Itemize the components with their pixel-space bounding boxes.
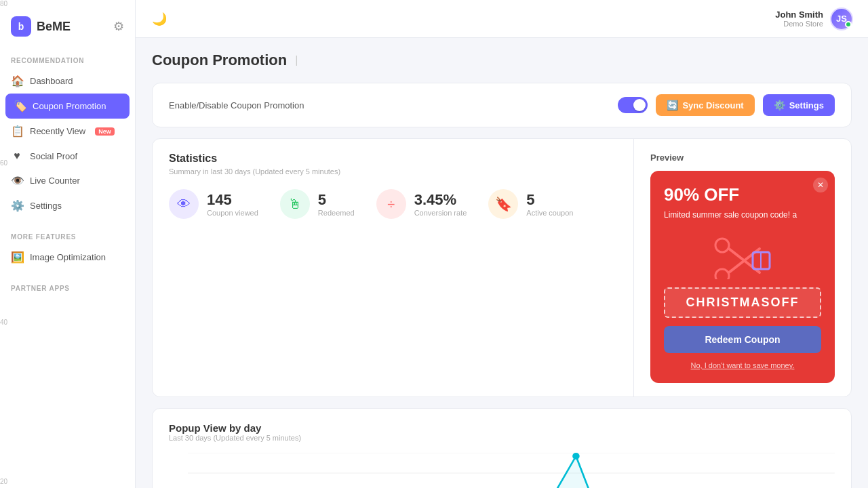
- app-logo-icon: b: [11, 16, 31, 37]
- statistics-subtitle: Summary in last 30 days (Updated every 5…: [169, 167, 617, 176]
- sidebar-item-social-proof[interactable]: ♥ Social Proof: [0, 144, 135, 168]
- svg-point-2: [715, 239, 729, 252]
- toggle-thumb: [633, 99, 646, 111]
- sidebar-item-settings[interactable]: ⚙️ Settings: [0, 193, 135, 218]
- stat-coupon-viewed-info: 145 Coupon viewed: [207, 191, 258, 217]
- stat-active-coupon-value: 5: [526, 191, 573, 209]
- sync-discount-label: Sync Discount: [682, 100, 743, 110]
- partner-apps-section-label: PARTNER APPS: [0, 278, 135, 296]
- coupon-close-button[interactable]: ✕: [813, 178, 828, 192]
- coupon-code: CHRISTMASOFF: [664, 287, 821, 318]
- dark-mode-icon[interactable]: 🌙: [152, 12, 167, 26]
- chart-svg: [188, 453, 835, 488]
- sync-icon: 🔄: [667, 100, 678, 110]
- recently-view-icon: 📋: [11, 125, 23, 138]
- sidebar: b BeME ⚙ RECOMMENDATION 🏠 Dashboard 🏷️ C…: [0, 0, 136, 488]
- more-features-section-label: MORE FEATURES: [0, 226, 135, 245]
- live-counter-icon: 👁️: [11, 174, 23, 187]
- preview-section: Preview ✕ 90% OFF Limited summer sale co…: [634, 139, 851, 396]
- preview-title: Preview: [650, 152, 835, 163]
- stats-preview-row: Statistics Summary in last 30 days (Upda…: [153, 139, 851, 396]
- app-name: BeME: [37, 20, 71, 34]
- sidebar-item-label: Live Counter: [30, 176, 80, 186]
- image-optimization-icon: 🖼️: [11, 251, 23, 264]
- stat-coupon-viewed-value: 145: [207, 191, 258, 209]
- coupon-discount: 90% OFF: [664, 184, 821, 205]
- enable-disable-card: Enable/Disable Coupon Promotion 🔄 Sync D…: [152, 83, 852, 127]
- stat-conversion-label: Conversion rate: [414, 209, 467, 217]
- sidebar-logo: b BeME ⚙: [0, 11, 135, 50]
- coupon-description: Limited summer sale coupon code! a: [664, 209, 821, 221]
- sidebar-item-live-counter[interactable]: 👁️ Live Counter: [0, 168, 135, 193]
- svg-point-12: [572, 453, 580, 460]
- stat-redeemed-label: Redeemed: [318, 209, 355, 217]
- page-header: Coupon Promotion |: [152, 52, 852, 69]
- sidebar-item-dashboard[interactable]: 🏠 Dashboard: [0, 68, 135, 94]
- statistics-title: Statistics: [169, 152, 617, 165]
- settings-btn-icon: ⚙️: [774, 100, 785, 110]
- redeem-button[interactable]: Redeem Coupon: [664, 326, 821, 353]
- stat-active-coupon-label: Active coupon: [526, 209, 573, 217]
- social-proof-icon: ♥: [11, 150, 23, 162]
- stat-active-coupon-info: 5 Active coupon: [526, 191, 573, 217]
- stat-coupon-viewed: 👁 145 Coupon viewed: [169, 189, 258, 219]
- stat-redeemed-value: 5: [318, 191, 355, 209]
- coupon-preview-card: ✕ 90% OFF Limited summer sale coupon cod…: [650, 171, 835, 383]
- svg-point-3: [715, 269, 729, 279]
- stat-conversion-info: 3.45% Conversion rate: [414, 191, 467, 217]
- enable-right: 🔄 Sync Discount ⚙️ Settings: [618, 94, 835, 116]
- recommendation-section-label: RECOMMENDATION: [0, 50, 135, 68]
- coupon-illustration: [664, 232, 821, 279]
- settings-icon: ⚙️: [11, 199, 23, 212]
- sidebar-item-label: Dashboard: [30, 76, 73, 86]
- sidebar-item-label: Recently View: [30, 126, 85, 136]
- chart-card: Popup View by day Last 30 days (Updated …: [152, 408, 852, 488]
- sidebar-gear-icon[interactable]: ⚙: [113, 19, 124, 34]
- stat-redeemed: 🖱 5 Redeemed: [280, 189, 355, 219]
- chart-svg-area: [188, 453, 835, 488]
- settings-button[interactable]: ⚙️ Settings: [763, 94, 835, 116]
- sidebar-item-label: Social Proof: [30, 151, 77, 161]
- topbar-left: 🌙: [152, 12, 167, 26]
- dashboard-icon: 🏠: [11, 75, 23, 87]
- sidebar-item-label: Coupon Promotion: [33, 101, 106, 111]
- chart-title: Popup View by day: [169, 422, 835, 434]
- svg-marker-11: [188, 456, 835, 488]
- scissors-illustration: [712, 232, 773, 279]
- settings-label: Settings: [789, 100, 824, 110]
- coupon-icon: 🏷️: [14, 100, 26, 113]
- online-indicator: [845, 21, 852, 28]
- user-name: John Smith: [775, 9, 823, 20]
- page-title-divider: |: [295, 54, 298, 66]
- enable-label: Enable/Disable Coupon Promotion: [169, 100, 304, 110]
- main-content: 🌙 John Smith Demo Store JS Coupon Promot…: [136, 0, 868, 488]
- sync-discount-button[interactable]: 🔄 Sync Discount: [656, 94, 754, 116]
- stat-conversion-value: 3.45%: [414, 191, 467, 209]
- stat-active-coupon: 🔖 5 Active coupon: [488, 189, 573, 219]
- enable-toggle[interactable]: [618, 97, 648, 113]
- stats-grid: 👁 145 Coupon viewed 🖱 5 Redeemed: [169, 189, 617, 219]
- sidebar-item-coupon-promotion[interactable]: 🏷️ Coupon Promotion: [5, 94, 130, 119]
- stat-conversion: ÷ 3.45% Conversion rate: [376, 189, 467, 219]
- redeemed-icon: 🖱: [280, 189, 310, 219]
- sidebar-item-recently-view[interactable]: 📋 Recently View New: [0, 119, 135, 144]
- user-store: Demo Store: [775, 20, 823, 28]
- statistics-section: Statistics Summary in last 30 days (Upda…: [153, 139, 634, 396]
- chart-subtitle: Last 30 days (Updated every 5 minutes): [169, 434, 835, 442]
- user-info: John Smith Demo Store: [775, 9, 823, 28]
- active-coupon-icon: 🔖: [488, 189, 518, 219]
- new-badge: New: [95, 127, 115, 136]
- coupon-viewed-icon: 👁: [169, 189, 199, 219]
- sidebar-item-label: Image Optimization: [30, 252, 106, 262]
- sidebar-item-image-optimization[interactable]: 🖼️ Image Optimization: [0, 245, 135, 270]
- avatar-container: JS: [830, 7, 852, 30]
- page-content: Coupon Promotion | Enable/Disable Coupon…: [136, 38, 868, 488]
- stats-preview-card: Statistics Summary in last 30 days (Upda…: [152, 138, 852, 397]
- topbar-right: John Smith Demo Store JS: [775, 7, 852, 30]
- topbar: 🌙 John Smith Demo Store JS: [136, 0, 868, 38]
- stat-coupon-viewed-label: Coupon viewed: [207, 209, 258, 217]
- page-title: Coupon Promotion: [152, 52, 287, 69]
- chart-container: 80 60 40 20: [169, 453, 835, 488]
- sidebar-item-label: Settings: [30, 201, 62, 211]
- decline-link[interactable]: No, I don't want to save money.: [664, 361, 821, 369]
